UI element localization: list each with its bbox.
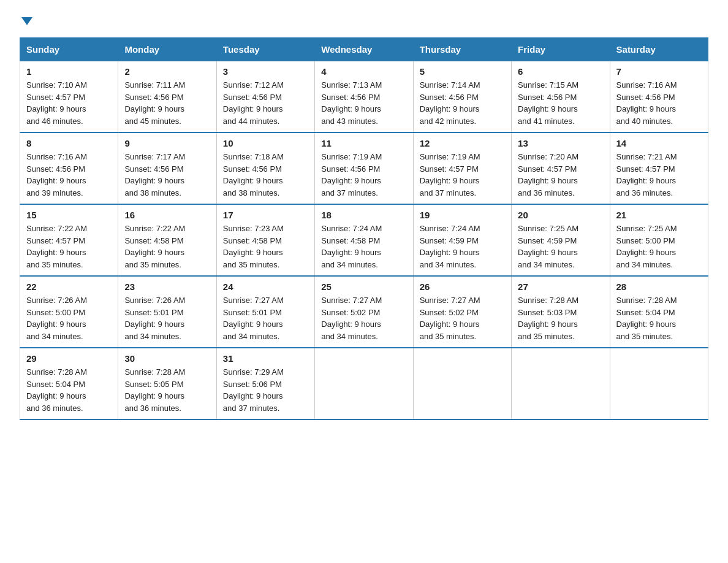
weekday-header-wednesday: Wednesday <box>315 38 413 61</box>
calendar-cell <box>315 348 413 419</box>
day-number: 11 <box>321 138 406 148</box>
day-info: Sunrise: 7:19 AM Sunset: 4:56 PM Dayligh… <box>321 151 406 199</box>
calendar-cell: 7 Sunrise: 7:16 AM Sunset: 4:56 PM Dayli… <box>610 61 708 133</box>
day-number: 6 <box>518 66 603 77</box>
calendar-cell: 16 Sunrise: 7:22 AM Sunset: 4:58 PM Dayl… <box>118 204 216 276</box>
day-number: 12 <box>420 138 505 148</box>
day-number: 27 <box>518 282 603 292</box>
day-number: 4 <box>321 66 406 77</box>
day-number: 31 <box>223 353 308 364</box>
day-number: 18 <box>321 210 406 220</box>
day-info: Sunrise: 7:22 AM Sunset: 4:57 PM Dayligh… <box>26 223 112 270</box>
day-info: Sunrise: 7:13 AM Sunset: 4:56 PM Dayligh… <box>321 79 406 127</box>
day-info: Sunrise: 7:18 AM Sunset: 4:56 PM Dayligh… <box>223 151 308 199</box>
day-number: 17 <box>223 210 308 220</box>
day-info: Sunrise: 7:19 AM Sunset: 4:57 PM Dayligh… <box>420 151 505 199</box>
day-info: Sunrise: 7:15 AM Sunset: 4:56 PM Dayligh… <box>518 79 603 127</box>
logo <box>20 15 32 25</box>
calendar-cell: 1 Sunrise: 7:10 AM Sunset: 4:57 PM Dayli… <box>20 61 118 133</box>
calendar-week-row: 8 Sunrise: 7:16 AM Sunset: 4:56 PM Dayli… <box>20 132 708 204</box>
day-number: 9 <box>124 138 210 148</box>
weekday-header-thursday: Thursday <box>413 38 511 61</box>
calendar-cell: 15 Sunrise: 7:22 AM Sunset: 4:57 PM Dayl… <box>20 204 118 276</box>
day-number: 2 <box>124 66 210 77</box>
day-info: Sunrise: 7:10 AM Sunset: 4:57 PM Dayligh… <box>26 79 112 127</box>
calendar-cell: 8 Sunrise: 7:16 AM Sunset: 4:56 PM Dayli… <box>20 132 118 204</box>
calendar-week-row: 15 Sunrise: 7:22 AM Sunset: 4:57 PM Dayl… <box>20 204 708 276</box>
page-header <box>20 15 708 25</box>
calendar-cell: 19 Sunrise: 7:24 AM Sunset: 4:59 PM Dayl… <box>413 204 511 276</box>
day-info: Sunrise: 7:22 AM Sunset: 4:58 PM Dayligh… <box>124 223 210 270</box>
calendar-cell: 14 Sunrise: 7:21 AM Sunset: 4:57 PM Dayl… <box>610 132 708 204</box>
day-info: Sunrise: 7:23 AM Sunset: 4:58 PM Dayligh… <box>223 223 308 270</box>
day-info: Sunrise: 7:26 AM Sunset: 5:01 PM Dayligh… <box>124 294 210 342</box>
day-info: Sunrise: 7:16 AM Sunset: 4:56 PM Dayligh… <box>616 79 702 127</box>
day-number: 8 <box>26 138 112 148</box>
day-number: 16 <box>124 210 210 220</box>
calendar-cell: 18 Sunrise: 7:24 AM Sunset: 4:58 PM Dayl… <box>315 204 413 276</box>
day-info: Sunrise: 7:29 AM Sunset: 5:06 PM Dayligh… <box>223 366 308 414</box>
day-info: Sunrise: 7:27 AM Sunset: 5:02 PM Dayligh… <box>321 294 406 342</box>
day-number: 15 <box>26 210 112 220</box>
calendar-cell: 6 Sunrise: 7:15 AM Sunset: 4:56 PM Dayli… <box>512 61 610 133</box>
day-info: Sunrise: 7:21 AM Sunset: 4:57 PM Dayligh… <box>616 151 702 199</box>
calendar-cell: 29 Sunrise: 7:28 AM Sunset: 5:04 PM Dayl… <box>20 348 118 419</box>
weekday-header-friday: Friday <box>512 38 610 61</box>
day-info: Sunrise: 7:20 AM Sunset: 4:57 PM Dayligh… <box>518 151 603 199</box>
calendar-week-row: 22 Sunrise: 7:26 AM Sunset: 5:00 PM Dayl… <box>20 276 708 348</box>
day-number: 3 <box>223 66 308 77</box>
weekday-header-row: SundayMondayTuesdayWednesdayThursdayFrid… <box>20 38 708 61</box>
calendar-cell: 22 Sunrise: 7:26 AM Sunset: 5:00 PM Dayl… <box>20 276 118 348</box>
day-number: 5 <box>420 66 505 77</box>
day-number: 30 <box>124 353 210 364</box>
calendar-cell: 23 Sunrise: 7:26 AM Sunset: 5:01 PM Dayl… <box>118 276 216 348</box>
day-info: Sunrise: 7:28 AM Sunset: 5:03 PM Dayligh… <box>518 294 603 342</box>
day-number: 7 <box>616 66 702 77</box>
logo-arrow-icon <box>21 17 32 25</box>
calendar-cell: 17 Sunrise: 7:23 AM Sunset: 4:58 PM Dayl… <box>216 204 314 276</box>
day-number: 14 <box>616 138 702 148</box>
day-number: 29 <box>26 353 112 364</box>
day-info: Sunrise: 7:17 AM Sunset: 4:56 PM Dayligh… <box>124 151 210 199</box>
day-number: 21 <box>616 210 702 220</box>
weekday-header-sunday: Sunday <box>20 38 118 61</box>
day-info: Sunrise: 7:24 AM Sunset: 4:58 PM Dayligh… <box>321 223 406 270</box>
calendar-cell: 12 Sunrise: 7:19 AM Sunset: 4:57 PM Dayl… <box>413 132 511 204</box>
calendar-cell: 30 Sunrise: 7:28 AM Sunset: 5:05 PM Dayl… <box>118 348 216 419</box>
calendar-cell: 4 Sunrise: 7:13 AM Sunset: 4:56 PM Dayli… <box>315 61 413 133</box>
day-number: 26 <box>420 282 505 292</box>
calendar-cell: 2 Sunrise: 7:11 AM Sunset: 4:56 PM Dayli… <box>118 61 216 133</box>
day-info: Sunrise: 7:25 AM Sunset: 4:59 PM Dayligh… <box>518 223 603 270</box>
calendar-table: SundayMondayTuesdayWednesdayThursdayFrid… <box>20 37 708 420</box>
calendar-cell: 31 Sunrise: 7:29 AM Sunset: 5:06 PM Dayl… <box>216 348 314 419</box>
calendar-cell: 28 Sunrise: 7:28 AM Sunset: 5:04 PM Dayl… <box>610 276 708 348</box>
day-number: 20 <box>518 210 603 220</box>
day-number: 25 <box>321 282 406 292</box>
day-info: Sunrise: 7:27 AM Sunset: 5:01 PM Dayligh… <box>223 294 308 342</box>
calendar-week-row: 1 Sunrise: 7:10 AM Sunset: 4:57 PM Dayli… <box>20 61 708 133</box>
day-info: Sunrise: 7:12 AM Sunset: 4:56 PM Dayligh… <box>223 79 308 127</box>
calendar-cell: 26 Sunrise: 7:27 AM Sunset: 5:02 PM Dayl… <box>413 276 511 348</box>
day-info: Sunrise: 7:28 AM Sunset: 5:04 PM Dayligh… <box>616 294 702 342</box>
day-number: 23 <box>124 282 210 292</box>
day-number: 19 <box>420 210 505 220</box>
day-number: 22 <box>26 282 112 292</box>
day-number: 10 <box>223 138 308 148</box>
day-number: 28 <box>616 282 702 292</box>
day-info: Sunrise: 7:16 AM Sunset: 4:56 PM Dayligh… <box>26 151 112 199</box>
day-info: Sunrise: 7:28 AM Sunset: 5:04 PM Dayligh… <box>26 366 112 414</box>
calendar-cell: 11 Sunrise: 7:19 AM Sunset: 4:56 PM Dayl… <box>315 132 413 204</box>
calendar-cell: 24 Sunrise: 7:27 AM Sunset: 5:01 PM Dayl… <box>216 276 314 348</box>
calendar-cell: 10 Sunrise: 7:18 AM Sunset: 4:56 PM Dayl… <box>216 132 314 204</box>
weekday-header-saturday: Saturday <box>610 38 708 61</box>
calendar-cell <box>610 348 708 419</box>
calendar-cell: 9 Sunrise: 7:17 AM Sunset: 4:56 PM Dayli… <box>118 132 216 204</box>
calendar-cell: 3 Sunrise: 7:12 AM Sunset: 4:56 PM Dayli… <box>216 61 314 133</box>
weekday-header-tuesday: Tuesday <box>216 38 314 61</box>
calendar-cell <box>413 348 511 419</box>
weekday-header-monday: Monday <box>118 38 216 61</box>
calendar-cell: 20 Sunrise: 7:25 AM Sunset: 4:59 PM Dayl… <box>512 204 610 276</box>
day-info: Sunrise: 7:26 AM Sunset: 5:00 PM Dayligh… <box>26 294 112 342</box>
day-info: Sunrise: 7:24 AM Sunset: 4:59 PM Dayligh… <box>420 223 505 270</box>
calendar-cell <box>512 348 610 419</box>
